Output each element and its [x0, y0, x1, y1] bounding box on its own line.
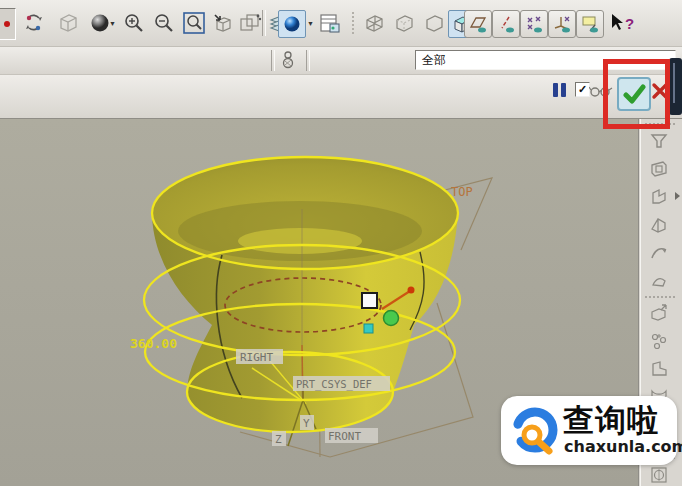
reorient-icon [211, 12, 233, 34]
display-hidden-line-button[interactable] [390, 9, 418, 37]
axis-z-label: Z [275, 433, 282, 446]
blend-icon [649, 215, 669, 235]
revolve-tool-button[interactable] [647, 129, 671, 153]
pattern-tool-button[interactable] [647, 329, 671, 353]
reorient-button[interactable] [208, 9, 236, 37]
active-tool-partial-button[interactable] [0, 8, 16, 40]
red-dot-icon [4, 21, 10, 27]
zoom-in-icon [123, 12, 145, 34]
datum-csys-toggle[interactable] [548, 10, 576, 38]
revolve-angle-dim[interactable]: 360.00 [130, 336, 177, 351]
zoom-fit-icon [182, 11, 206, 35]
context-help-button[interactable]: ? [608, 9, 636, 37]
hole-tool-button[interactable] [647, 463, 671, 486]
watermark-brand: 查询啦 [563, 400, 659, 442]
transparent-box-button[interactable] [54, 9, 82, 37]
dashboard-row: ✓ [0, 75, 682, 119]
snap-point-green[interactable] [384, 311, 399, 326]
point-filter-button[interactable] [278, 49, 298, 75]
annotation-toggle-icon [580, 14, 600, 34]
saved-views-button[interactable] [236, 9, 264, 37]
help-question-glyph: ? [625, 15, 634, 32]
csys-label: PRT_CSYS_DEF [296, 378, 372, 391]
separator [306, 50, 310, 71]
datum-point-toggle-icon [524, 14, 544, 34]
axis-y-label: Y [303, 417, 310, 430]
watermark-domain: chaxunla.com [564, 437, 682, 456]
curve-icon [649, 271, 669, 291]
surface-extrude-icon [649, 303, 669, 323]
pause-icon [561, 83, 566, 97]
datum-point-toggle[interactable] [520, 10, 548, 38]
right-plane-label: RIGHT [240, 351, 273, 364]
accept-check-icon [622, 82, 646, 106]
front-plane-label: FRONT [328, 430, 361, 443]
cancel-button[interactable] [650, 81, 670, 101]
zoom-fit-button[interactable] [180, 9, 208, 37]
datum-plane-toggle[interactable] [464, 10, 492, 38]
preview-checkbox[interactable]: ✓ [575, 82, 590, 97]
rib-tool-button[interactable] [647, 357, 671, 381]
hole-icon [649, 465, 669, 485]
appearance-sphere-icon [90, 13, 110, 33]
datum-csys-toggle-icon [552, 14, 572, 34]
caret-down-icon[interactable]: ▼ [109, 20, 116, 27]
rib-icon [649, 359, 669, 379]
top-plane-label: TOP [451, 185, 473, 199]
annotation-toggle[interactable] [576, 10, 604, 38]
vertex-cyan[interactable] [364, 324, 373, 333]
view-manager-icon [318, 12, 342, 34]
filter-combobox[interactable]: 全部 ▼ [415, 50, 676, 70]
regenerate-icon [23, 12, 45, 34]
drag-handle-square[interactable] [362, 293, 377, 308]
zoom-out-button[interactable] [150, 9, 178, 37]
point-filter-icon [278, 49, 298, 71]
glasses-icon [589, 84, 613, 98]
display-no-hidden-icon [423, 12, 445, 34]
toolbar-row-2: 全部 ▼ [0, 47, 682, 75]
datum-plane-toggle-icon [468, 14, 488, 34]
accept-button[interactable] [617, 77, 651, 111]
extrude-tool-button[interactable] [647, 157, 671, 181]
sweep-tool-button[interactable] [647, 185, 671, 209]
scroll-handle[interactable] [669, 58, 682, 115]
transparent-box-icon [57, 12, 79, 34]
sweep-icon [649, 187, 669, 207]
revolve-icon [649, 131, 669, 151]
surface-extrude-button[interactable] [647, 301, 671, 325]
help-cursor-icon [610, 13, 624, 33]
curve-tool-button[interactable] [647, 269, 671, 293]
watermark-badge: 查询啦 chaxunla.com [501, 396, 677, 465]
style-tool-button[interactable] [647, 241, 671, 265]
app-window: ▼ [0, 0, 682, 486]
toolbar-grip[interactable] [645, 123, 675, 125]
cancel-x-icon [650, 81, 670, 101]
separator [352, 12, 356, 34]
display-no-hidden-button[interactable] [420, 9, 448, 37]
style-curve-icon [649, 243, 669, 263]
pause-button[interactable] [551, 81, 569, 99]
verify-button[interactable] [589, 82, 613, 100]
display-hidden-line-icon [393, 12, 415, 34]
saved-views-icon [238, 12, 262, 34]
display-wireframe-icon [363, 12, 385, 34]
chaxunla-logo-icon [508, 404, 562, 458]
group-separator [645, 296, 675, 298]
pattern-icon [649, 331, 669, 351]
dim-arrow-tip [408, 287, 415, 294]
caret-down-icon[interactable]: ▼ [307, 20, 314, 27]
shaded-sphere-button[interactable] [278, 10, 306, 38]
zoom-out-icon [153, 12, 175, 34]
pause-icon [553, 83, 558, 97]
blend-tool-button[interactable] [647, 213, 671, 237]
flyout-arrow-icon[interactable] [675, 192, 680, 200]
toolbar-row-1: ▼ [0, 0, 682, 47]
regenerate-button[interactable] [20, 9, 48, 37]
zoom-in-button[interactable] [120, 9, 148, 37]
shaded-sphere-icon [283, 15, 301, 33]
filter-selected-value: 全部 [422, 53, 446, 67]
datum-axis-toggle[interactable] [492, 10, 520, 38]
display-wireframe-button[interactable] [360, 9, 388, 37]
datum-axis-toggle-icon [496, 14, 516, 34]
view-manager-button[interactable] [316, 9, 344, 37]
